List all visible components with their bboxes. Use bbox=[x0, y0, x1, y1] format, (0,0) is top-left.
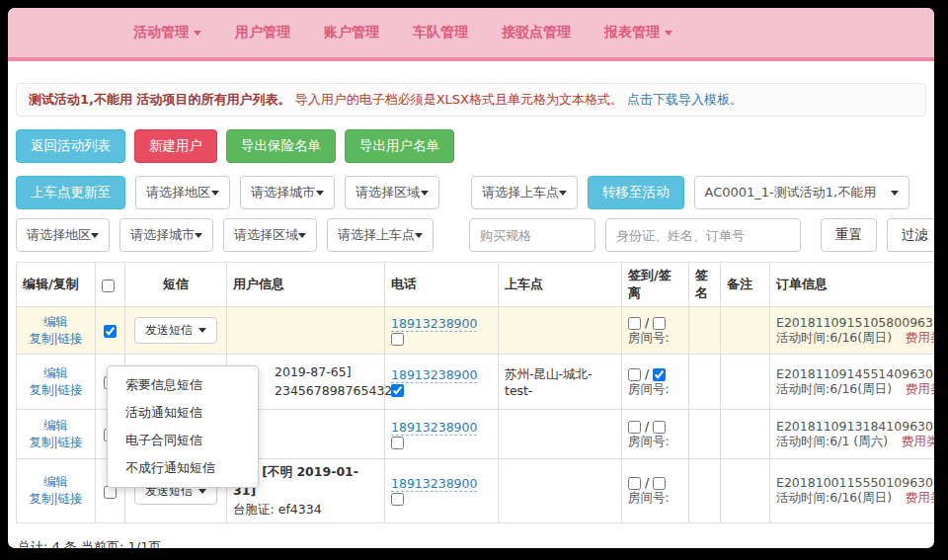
phone-link[interactable]: 18913238900 bbox=[391, 476, 477, 492]
copy-link[interactable]: 复制|链接 bbox=[29, 331, 82, 346]
pickup-cell bbox=[499, 307, 622, 355]
caret-down-icon bbox=[298, 233, 306, 238]
nav-item-shuttle-point-mgmt[interactable]: 接驳点管理 bbox=[502, 24, 571, 41]
city-select-2[interactable]: 请选择城市 bbox=[119, 218, 213, 252]
export-users-button[interactable]: 导出用户名单 bbox=[345, 129, 454, 163]
phone-link[interactable]: 18913238900 bbox=[391, 420, 477, 436]
district-select-1[interactable]: 请选择区域 bbox=[345, 176, 439, 209]
phone-checkbox[interactable] bbox=[391, 333, 404, 346]
nav-item-fleet-mgmt[interactable]: 车队管理 bbox=[413, 24, 468, 41]
filter-row-1: 上车点更新至 请选择地区 请选择城市 请选择区域 请选择上车点 转移至活动 AC… bbox=[16, 176, 926, 209]
pickup-cell bbox=[499, 459, 622, 523]
signout-checkbox[interactable] bbox=[653, 368, 666, 381]
download-template-link[interactable]: 点击下载导入模板。 bbox=[627, 92, 743, 107]
edit-link[interactable]: 编辑 bbox=[43, 365, 68, 380]
signout-checkbox[interactable] bbox=[653, 477, 666, 490]
copy-link[interactable]: 复制|链接 bbox=[29, 435, 82, 449]
purchase-spec-input[interactable] bbox=[469, 218, 595, 252]
caret-down-icon bbox=[891, 191, 899, 196]
reset-button[interactable]: 重置 bbox=[821, 218, 877, 252]
sms-button-label: 发送短信 bbox=[145, 322, 193, 339]
menu-item-cancel-notice-sms[interactable]: 不成行通知短信 bbox=[108, 454, 258, 482]
phone-link[interactable]: 18913238900 bbox=[391, 316, 477, 332]
nav-label: 车队管理 bbox=[413, 24, 468, 41]
select-value: 请选择城市 bbox=[130, 226, 195, 244]
select-value: 请选择上车点 bbox=[338, 226, 415, 244]
search-input[interactable] bbox=[605, 218, 801, 252]
col-header-sign: 签到/签离 bbox=[622, 263, 689, 307]
caret-down-icon bbox=[316, 191, 324, 196]
order-fee-type: 费用类型 bbox=[902, 434, 934, 448]
order-fee-type: 费用类型 bbox=[906, 330, 934, 345]
col-header-edit: 编辑/复制 bbox=[17, 263, 96, 307]
caret-down-icon bbox=[665, 31, 672, 36]
signin-checkbox[interactable] bbox=[628, 477, 641, 490]
room-number-label: 房间号: bbox=[628, 434, 670, 448]
signature-cell bbox=[689, 410, 721, 459]
select-value: 请选择区域 bbox=[234, 226, 298, 244]
back-to-activities-button[interactable]: 返回活动列表 bbox=[16, 129, 125, 163]
order-number: E2018110913184109630000031 bbox=[776, 419, 934, 434]
copy-link[interactable]: 复制|链接 bbox=[29, 491, 82, 506]
nav-label: 用户管理 bbox=[235, 24, 290, 41]
action-button-row: 返回活动列表 新建用户 导出保险名单 导出用户名单 bbox=[16, 129, 926, 163]
select-all-checkbox[interactable] bbox=[102, 280, 115, 292]
region-select-2[interactable]: 请选择地区 bbox=[16, 218, 110, 252]
export-insurance-button[interactable]: 导出保险名单 bbox=[226, 129, 336, 163]
nav-item-report-mgmt[interactable]: 报表管理 bbox=[604, 24, 672, 41]
order-time: 活动时间:6/1 (周六) bbox=[776, 434, 888, 448]
caret-down-icon bbox=[198, 489, 206, 494]
city-select-1[interactable]: 请选择城市 bbox=[240, 176, 335, 209]
edit-link[interactable]: 编辑 bbox=[43, 474, 68, 489]
pagination-summary: 总计: 4 条,当前页: 1/1页 bbox=[16, 538, 926, 548]
nav-item-account-mgmt[interactable]: 账户管理 bbox=[324, 24, 379, 41]
pickup-select-2[interactable]: 请选择上车点 bbox=[327, 218, 434, 252]
filter-row-2: 请选择地区 请选择城市 请选择区域 请选择上车点 重置 过滤 bbox=[16, 218, 926, 252]
nav-item-user-mgmt[interactable]: 用户管理 bbox=[235, 24, 290, 41]
caret-down-icon bbox=[421, 191, 429, 196]
notice-alert: 测试活动1,不能用 活动项目的所有用户列表。 导入用户的电子档必须是XLSX格式… bbox=[16, 83, 926, 117]
menu-item-econtract-sms[interactable]: 电子合同短信 bbox=[108, 427, 258, 454]
send-sms-button[interactable]: 发送短信 bbox=[134, 317, 217, 344]
phone-link[interactable]: 18913238900 bbox=[391, 367, 477, 383]
edit-link[interactable]: 编辑 bbox=[43, 314, 68, 329]
alert-title: 测试活动1,不能用 活动项目的所有用户列表。 bbox=[29, 92, 291, 107]
nav-label: 账户管理 bbox=[324, 24, 379, 41]
signin-checkbox[interactable] bbox=[628, 421, 641, 434]
filter-button[interactable]: 过滤 bbox=[887, 218, 934, 252]
signout-checkbox[interactable] bbox=[653, 421, 666, 434]
select-value: 请选择区域 bbox=[356, 184, 420, 201]
col-header-note: 备注 bbox=[721, 263, 770, 307]
transfer-to-activity-button[interactable]: 转移至活动 bbox=[588, 176, 684, 209]
new-user-button[interactable]: 新建用户 bbox=[134, 129, 217, 163]
phone-checkbox[interactable] bbox=[391, 493, 404, 506]
col-header-sms: 短信 bbox=[125, 263, 227, 307]
sign-separator: / bbox=[645, 366, 649, 381]
edit-link[interactable]: 编辑 bbox=[43, 418, 68, 433]
col-header-phone: 电话 bbox=[385, 263, 499, 307]
district-select-2[interactable]: 请选择区域 bbox=[223, 218, 317, 252]
pickup-select-1[interactable]: 请选择上车点 bbox=[471, 176, 578, 209]
alert-warning-text: 导入用户的电子档必须是XLSX格式且单元格为文本格式。 bbox=[295, 92, 623, 107]
order-number: E2018110914551409630000019 bbox=[776, 366, 934, 381]
menu-item-request-info-sms[interactable]: 索要信息短信 bbox=[108, 371, 258, 399]
region-select-1[interactable]: 请选择地区 bbox=[135, 176, 230, 209]
menu-item-activity-notice-sms[interactable]: 活动通知短信 bbox=[108, 399, 258, 427]
order-time: 活动时间:6/16(周日) bbox=[776, 490, 892, 505]
nav-item-activity-mgmt[interactable]: 活动管理 bbox=[133, 24, 201, 41]
signin-checkbox[interactable] bbox=[628, 317, 641, 330]
col-header-signature: 签名 bbox=[689, 263, 721, 307]
update-pickup-button[interactable]: 上车点更新至 bbox=[16, 176, 125, 209]
order-number: E2018110915105800963000025 bbox=[776, 315, 934, 330]
copy-link[interactable]: 复制|链接 bbox=[29, 382, 82, 397]
select-value: 请选择地区 bbox=[146, 184, 210, 201]
target-activity-select[interactable]: AC0001_1-测试活动1,不能用 bbox=[694, 176, 909, 209]
caret-down-icon bbox=[559, 191, 567, 196]
phone-checkbox[interactable] bbox=[391, 384, 404, 397]
caret-down-icon bbox=[198, 328, 206, 333]
signout-checkbox[interactable] bbox=[653, 317, 666, 330]
top-navbar: 活动管理 用户管理 账户管理 车队管理 接驳点管理 报表管理 bbox=[8, 8, 934, 61]
signin-checkbox[interactable] bbox=[628, 368, 641, 381]
row-checkbox[interactable] bbox=[104, 325, 117, 338]
phone-checkbox[interactable] bbox=[391, 437, 404, 449]
